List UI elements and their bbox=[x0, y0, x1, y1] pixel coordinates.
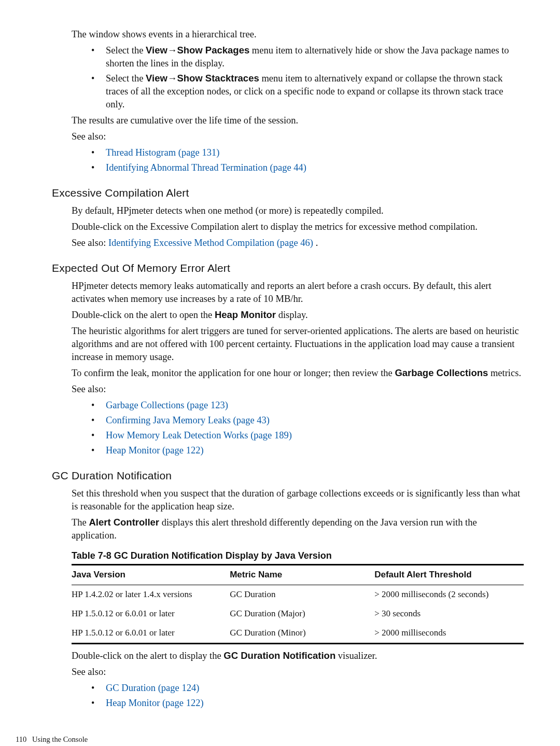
table-row: HP 1.5.0.12 or 6.0.01 or later GC Durati… bbox=[72, 624, 524, 643]
footer-section: Using the Console bbox=[32, 735, 88, 743]
oom-link-4[interactable]: Heap Monitor (page 122) bbox=[106, 445, 204, 455]
intro-b2-pre: Select the bbox=[106, 73, 146, 84]
intro-links: Thread Histogram (page 131) Identifying … bbox=[91, 146, 524, 174]
footer-page-number: 110 bbox=[16, 735, 26, 743]
oom-li-4: Heap Monitor (page 122) bbox=[91, 444, 524, 457]
intro-bullet-2: Select the View→Show Stacktraces menu it… bbox=[91, 72, 524, 111]
gc-li-2: Heap Monitor (page 122) bbox=[91, 697, 524, 710]
gc-p4: See also: bbox=[72, 666, 524, 679]
cell: GC Duration (Minor) bbox=[230, 624, 374, 643]
gc-p1: Set this threshold when you suspect that… bbox=[72, 487, 524, 513]
cell: HP 1.4.2.02 or later 1.4.x versions bbox=[72, 585, 230, 604]
gc-p3-pre: Double-click on the alert to display the bbox=[72, 651, 223, 661]
gc-p3: Double-click on the alert to display the… bbox=[72, 650, 524, 662]
gc-link-1[interactable]: GC Duration (page 124) bbox=[106, 683, 199, 693]
intro-p3: See also: bbox=[72, 130, 524, 143]
oom-li-1: Garbage Collections (page 123) bbox=[91, 399, 524, 412]
gc-li-1: GC Duration (page 124) bbox=[91, 682, 524, 695]
gc-link-2[interactable]: Heap Monitor (page 122) bbox=[106, 698, 204, 708]
oom-link-2[interactable]: Confirming Java Memory Leaks (page 43) bbox=[106, 415, 270, 425]
gc-p2-bold: Alert Controller bbox=[89, 517, 159, 528]
cell: GC Duration (Major) bbox=[230, 604, 374, 624]
oom-links: Garbage Collections (page 123) Confirmin… bbox=[91, 399, 524, 457]
oom-p4: To confirm the leak, monitor the applica… bbox=[72, 367, 524, 380]
gc-table: Java Version Metric Name Default Alert T… bbox=[72, 564, 524, 644]
gc-links: GC Duration (page 124) Heap Monitor (pag… bbox=[91, 682, 524, 710]
intro-link-1[interactable]: Thread Histogram (page 131) bbox=[106, 147, 219, 158]
oom-link-3[interactable]: How Memory Leak Detection Works (page 18… bbox=[106, 430, 292, 440]
cell: > 2000 milliseconds bbox=[374, 624, 524, 643]
oom-p3: The heuristic algorithms for alert trigg… bbox=[72, 325, 524, 364]
intro-bullet-1: Select the View→Show Packages menu item … bbox=[91, 44, 524, 70]
th-default-threshold: Default Alert Threshold bbox=[374, 565, 524, 585]
gc-p2: The Alert Controller displays this alert… bbox=[72, 516, 524, 542]
oom-p4-bold: Garbage Collections bbox=[395, 367, 488, 378]
exc-p3-pre: See also: bbox=[72, 238, 108, 248]
oom-title: Expected Out Of Memory Error Alert bbox=[52, 261, 524, 275]
oom-p4-post: metrics. bbox=[488, 368, 521, 378]
oom-p2-pre: Double-click on the alert to open the bbox=[72, 310, 215, 320]
exc-p3: See also: Identifying Excessive Method C… bbox=[72, 237, 524, 250]
cell: > 2000 milliseconds (2 seconds) bbox=[374, 585, 524, 604]
intro-link-2[interactable]: Identifying Abnormal Thread Termination … bbox=[106, 162, 306, 173]
th-metric-name: Metric Name bbox=[230, 565, 374, 585]
intro-bullets: Select the View→Show Packages menu item … bbox=[91, 44, 524, 111]
gc-table-title: Table 7-8 GC Duration Notification Displ… bbox=[72, 549, 524, 562]
intro-p2: The results are cumulative over the life… bbox=[72, 114, 524, 127]
intro-b2-bold: View→Show Stacktraces bbox=[146, 73, 259, 84]
cell: HP 1.5.0.12 or 6.0.01 or later bbox=[72, 624, 230, 643]
gc-p3-bold: GC Duration Notification bbox=[223, 650, 335, 661]
intro-b1-bold: View→Show Packages bbox=[146, 45, 249, 56]
exc-p3-post: . bbox=[316, 238, 318, 248]
intro-link-2-li: Identifying Abnormal Thread Termination … bbox=[91, 161, 524, 174]
oom-li-3: How Memory Leak Detection Works (page 18… bbox=[91, 429, 524, 442]
cell: GC Duration bbox=[230, 585, 374, 604]
exc-p3-link[interactable]: Identifying Excessive Method Compilation… bbox=[108, 238, 316, 248]
table-row: HP 1.5.0.12 or 6.0.01 or later GC Durati… bbox=[72, 604, 524, 624]
intro-link-1-li: Thread Histogram (page 131) bbox=[91, 146, 524, 159]
oom-p2-bold: Heap Monitor bbox=[215, 309, 276, 320]
exc-p2: Double-click on the Excessive Compilatio… bbox=[72, 220, 524, 233]
oom-link-1[interactable]: Garbage Collections (page 123) bbox=[106, 400, 228, 410]
excessive-compilation-title: Excessive Compilation Alert bbox=[52, 186, 524, 200]
intro-b1-pre: Select the bbox=[106, 45, 146, 56]
cell: HP 1.5.0.12 or 6.0.01 or later bbox=[72, 604, 230, 624]
gc-p3-post: visualizer. bbox=[335, 651, 377, 661]
oom-p5: See also: bbox=[72, 383, 524, 396]
oom-p1: HPjmeter detects memory leaks automatica… bbox=[72, 280, 524, 306]
oom-li-2: Confirming Java Memory Leaks (page 43) bbox=[91, 414, 524, 427]
table-row: HP 1.4.2.02 or later 1.4.x versions GC D… bbox=[72, 585, 524, 604]
table-header-row: Java Version Metric Name Default Alert T… bbox=[72, 565, 524, 585]
oom-p2-post: display. bbox=[276, 310, 308, 320]
intro-p1: The window shows events in a hierarchica… bbox=[72, 28, 524, 41]
exc-p1: By default, HPjmeter detects when one me… bbox=[72, 204, 524, 217]
th-java-version: Java Version bbox=[72, 565, 230, 585]
cell: > 30 seconds bbox=[374, 604, 524, 624]
gc-title: GC Duration Notification bbox=[52, 468, 524, 483]
page-footer: 110 Using the Console bbox=[16, 735, 524, 745]
oom-p2: Double-click on the alert to open the He… bbox=[72, 309, 524, 322]
oom-p4-pre: To confirm the leak, monitor the applica… bbox=[72, 368, 395, 378]
gc-p2-pre: The bbox=[72, 517, 89, 528]
